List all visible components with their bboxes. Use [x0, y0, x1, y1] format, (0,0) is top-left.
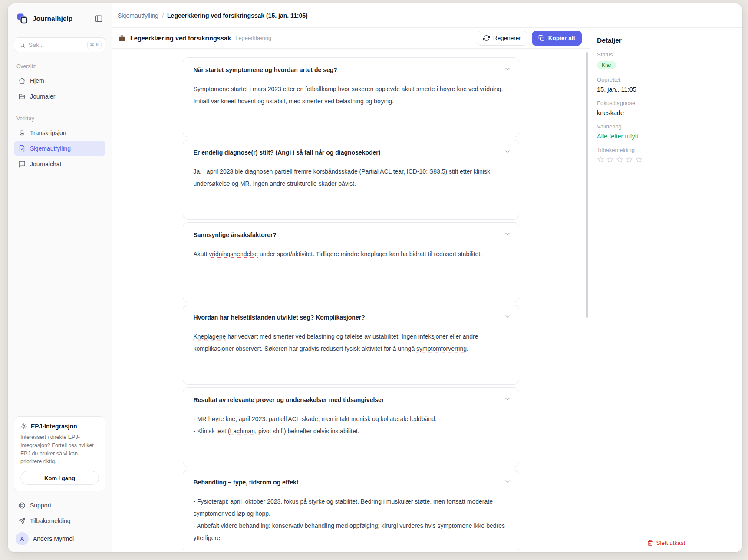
sidebar-item-journaler[interactable]: Journaler: [14, 89, 105, 104]
main-content: Legeerklæring ved forsikringssak Legeerk…: [112, 28, 590, 552]
chevron-down-icon[interactable]: [504, 231, 511, 239]
get-started-button[interactable]: Kom i gang: [20, 471, 99, 485]
search-shortcut: ⌘ K: [87, 41, 102, 49]
question-card: Resultat av relevante prøver og undersøk…: [183, 387, 519, 467]
send-icon: [18, 517, 26, 525]
microphone-icon: [18, 129, 26, 137]
answer-text[interactable]: Ja. I april 2023 ble diagnosen partiell …: [194, 165, 508, 190]
details-field-label: Tilbakemelding: [597, 147, 734, 153]
sidebar-item-label: Skjemautfylling: [30, 145, 71, 152]
sidebar-item-label: Transkripsjon: [30, 129, 66, 136]
question-card: Hvordan har helsetilstanden utviklet seg…: [183, 305, 519, 385]
question-title: Resultat av relevante prøver og undersøk…: [194, 396, 508, 403]
question-title: Sannsynlige årsaksfaktorer?: [194, 231, 508, 238]
star-icon[interactable]: [616, 156, 623, 165]
misspelled-word: symptomforverring: [416, 345, 467, 352]
scrollbar-thumb[interactable]: [586, 52, 588, 318]
answer-text[interactable]: - Fysioterapi: april–oktober 2023, fokus…: [194, 495, 508, 544]
chevron-down-icon[interactable]: [504, 395, 511, 404]
misspelled-word: Lachman: [230, 428, 255, 435]
search-placeholder: Søk...: [29, 42, 84, 48]
question-card: Behandling – type, tidsrom og effekt- Fy…: [183, 470, 519, 552]
epj-card-body: Interessert i direkte EPJ-Integrasjon? F…: [20, 433, 99, 466]
breadcrumb: Skjemautfylling / Legeerklæring ved fors…: [112, 3, 742, 28]
sidebar-item-transkripsjon[interactable]: Transkripsjon: [14, 125, 105, 141]
home-icon: [18, 77, 26, 85]
gear-icon: [20, 423, 27, 430]
chevron-down-icon[interactable]: [504, 478, 511, 487]
details-field: Opprettet15. jan., 11:05: [597, 76, 734, 93]
answer-text[interactable]: Symptomene startet i mars 2023 etter en …: [194, 83, 508, 107]
details-field-value: kneskade: [597, 109, 734, 116]
feedback-stars[interactable]: [597, 156, 734, 165]
details-field: Tilbakemelding: [597, 147, 734, 165]
sidebar-item-tilbakemelding[interactable]: Tilbakemelding: [14, 513, 105, 529]
question-title: Behandling – type, tidsrom og effekt: [194, 479, 508, 486]
search-input[interactable]: Søk... ⌘ K: [14, 37, 105, 52]
form-check-icon: [18, 145, 26, 152]
breadcrumb-separator: /: [162, 12, 164, 19]
trash-icon: [647, 540, 653, 546]
star-icon[interactable]: [626, 156, 633, 165]
copy-all-button[interactable]: Kopier alt: [532, 31, 582, 46]
regenerate-label: Regenerer: [493, 35, 521, 41]
sidebar-item-label: Tilbakemelding: [30, 517, 71, 524]
sidebar-item-hjem[interactable]: Hjem: [14, 73, 105, 89]
search-icon: [19, 42, 25, 48]
delete-draft-button[interactable]: Slett utkast: [590, 540, 742, 546]
question-title: Hvordan har helsetilstanden utviklet seg…: [194, 314, 508, 321]
chat-icon: [18, 161, 26, 168]
chevron-down-icon[interactable]: [504, 66, 511, 74]
user-menu[interactable]: A Anders Myrmel: [14, 529, 105, 546]
misspelled-word: vridningshendelse: [209, 250, 258, 257]
question-card: Når startet symptomene og hvordan artet …: [183, 57, 519, 137]
sidebar-collapse-icon[interactable]: [93, 13, 104, 24]
epj-integration-card: EPJ-Integrasjon Interessert i direkte EP…: [14, 416, 105, 491]
user-name: Anders Myrmel: [33, 535, 74, 542]
breadcrumb-parent[interactable]: Skjemautfylling: [118, 12, 158, 19]
details-field: StatusKlar: [597, 51, 734, 69]
app-logo-row: Journalhjelp: [14, 11, 105, 26]
sidebar-item-label: Support: [30, 502, 51, 509]
copy-all-label: Kopier alt: [548, 35, 575, 41]
copy-icon: [538, 35, 545, 41]
regenerate-button[interactable]: Regenerer: [477, 31, 527, 46]
question-card: Er endelig diagnose(r) stilt? (Angi i så…: [183, 140, 519, 220]
sidebar-item-label: Journalchat: [30, 161, 61, 168]
refresh-icon: [483, 35, 490, 41]
star-icon[interactable]: [597, 156, 604, 165]
answer-text[interactable]: - MR høyre kne, april 2023: partiell ACL…: [194, 413, 508, 437]
details-field-value: Alle felter utfylt: [597, 133, 734, 140]
avatar: A: [16, 532, 29, 545]
details-title: Detaljer: [597, 36, 734, 44]
sidebar-section-verktoy: Verktøy: [16, 115, 103, 122]
delete-draft-label: Slett utkast: [656, 540, 685, 546]
details-field-label: Status: [597, 51, 734, 58]
sidebar-item-journalchat[interactable]: Journalchat: [14, 156, 105, 172]
chevron-down-icon[interactable]: [504, 148, 511, 157]
question-title: Er endelig diagnose(r) stilt? (Angi i så…: [194, 149, 508, 156]
chevron-down-icon[interactable]: [504, 313, 511, 322]
answer-text[interactable]: Kneplagene har vedvart med smerter ved b…: [194, 330, 508, 355]
question-card: Sannsynlige årsaksfaktorer?Akutt vridnin…: [183, 222, 519, 302]
sidebar-item-support[interactable]: Support: [14, 497, 105, 513]
star-icon[interactable]: [635, 156, 643, 165]
sidebar-item-label: Journaler: [30, 93, 55, 100]
details-field-value: 15. jan., 11:05: [597, 86, 734, 93]
sidebar-item-skjemautfylling[interactable]: Skjemautfylling: [14, 141, 105, 156]
question-title: Når startet symptomene og hvordan artet …: [194, 66, 508, 73]
details-field-label: Fokusdiagnose: [597, 100, 734, 106]
app-window: Journalhjelp Søk... ⌘ K Oversikt Hjem Jo…: [8, 3, 742, 552]
details-field: ValideringAlle felter utfylt: [597, 123, 734, 140]
sidebar-section-oversikt: Oversikt: [16, 63, 103, 69]
star-icon[interactable]: [606, 156, 614, 165]
answer-text[interactable]: Akutt vridningshendelse under sport/akti…: [194, 248, 508, 260]
app-logo-icon: [16, 12, 29, 25]
breadcrumb-current: Legeerklæring ved forsikringssak (15. ja…: [167, 12, 308, 19]
misspelled-word: Kneplagene: [194, 333, 226, 340]
details-field-label: Opprettet: [597, 76, 734, 83]
details-field: Fokusdiagnosekneskade: [597, 100, 734, 116]
document-type-tag: Legeerklæring: [235, 35, 271, 41]
details-field-label: Validering: [597, 123, 734, 130]
app-title: Journalhjelp: [33, 15, 89, 23]
